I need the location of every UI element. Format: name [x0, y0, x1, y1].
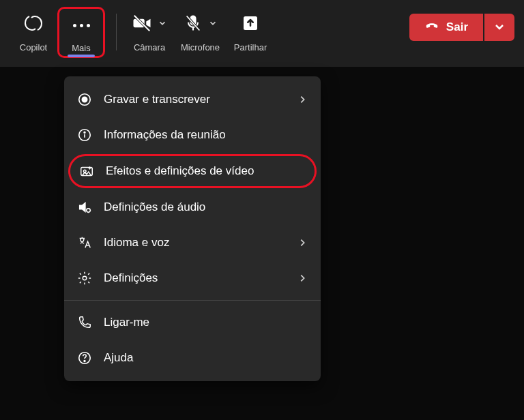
copilot-icon: [23, 12, 44, 37]
toolbar-separator: [116, 14, 117, 50]
svg-point-18: [84, 361, 85, 362]
active-indicator: [68, 55, 95, 57]
share-button[interactable]: Partilhar: [227, 7, 274, 55]
svg-point-16: [83, 276, 87, 280]
menu-item-help[interactable]: Ajuda: [64, 340, 321, 376]
menu-item-settings[interactable]: Definições: [64, 260, 321, 296]
svg-point-12: [84, 132, 85, 133]
menu-label: Informações da reunião: [104, 128, 308, 142]
menu-label: Definições de áudio: [104, 200, 308, 214]
menu-label: Definições: [104, 271, 287, 285]
camera-button[interactable]: Câmara: [125, 7, 174, 55]
language-icon: [76, 235, 93, 250]
menu-item-language[interactable]: Idioma e voz: [64, 225, 321, 260]
share-label: Partilhar: [234, 42, 267, 52]
svg-point-9: [82, 97, 87, 102]
menu-item-call-me[interactable]: Ligar-me: [64, 305, 321, 340]
microphone-off-icon: [184, 14, 203, 35]
ellipsis-icon: [73, 24, 90, 27]
menu-item-record[interactable]: Gravar e transcrever: [64, 82, 321, 117]
info-icon: [76, 127, 93, 142]
chevron-right-icon: [297, 238, 308, 247]
menu-separator: [64, 300, 321, 301]
help-icon: [76, 350, 93, 365]
video-effects-icon: [78, 164, 95, 179]
record-icon: [76, 92, 93, 107]
chevron-right-icon: [297, 273, 308, 283]
speaker-settings-icon: [76, 200, 93, 215]
gear-icon: [76, 271, 93, 286]
chevron-right-icon: [297, 95, 308, 104]
share-icon: [240, 13, 261, 36]
svg-point-15: [87, 209, 91, 213]
more-button[interactable]: Mais: [57, 7, 105, 58]
menu-item-video-effects[interactable]: Efeitos e definições de vídeo: [68, 154, 317, 188]
menu-label: Ligar-me: [104, 316, 308, 329]
chevron-down-icon[interactable]: [208, 18, 218, 31]
microphone-label: Microfone: [181, 42, 220, 52]
camera-label: Câmara: [134, 42, 165, 52]
chevron-down-icon[interactable]: [158, 18, 167, 31]
menu-item-audio-settings[interactable]: Definições de áudio: [64, 190, 321, 225]
menu-label: Efeitos e definições de vídeo: [106, 164, 306, 178]
microphone-button[interactable]: Microfone: [174, 7, 227, 55]
menu-label: Ajuda: [104, 351, 308, 365]
leave-dropdown-button[interactable]: [484, 14, 514, 41]
more-dropdown-menu: Gravar e transcrever Informações da reun…: [64, 76, 321, 381]
phone-icon: [76, 315, 93, 330]
meeting-toolbar: Copilot Mais Câmara: [0, 0, 524, 67]
more-label: Mais: [72, 43, 90, 53]
menu-label: Idioma e voz: [104, 236, 287, 250]
menu-label: Gravar e transcrever: [104, 93, 287, 106]
leave-button-group: Sair: [409, 14, 514, 41]
copilot-label: Copilot: [20, 42, 47, 52]
leave-label: Sair: [446, 20, 468, 34]
leave-button[interactable]: Sair: [409, 14, 483, 41]
hangup-icon: [424, 18, 439, 37]
menu-item-meeting-info[interactable]: Informações da reunião: [64, 117, 321, 153]
camera-off-icon: [132, 13, 152, 36]
chevron-down-icon: [494, 21, 505, 34]
copilot-button[interactable]: Copilot: [10, 7, 57, 55]
